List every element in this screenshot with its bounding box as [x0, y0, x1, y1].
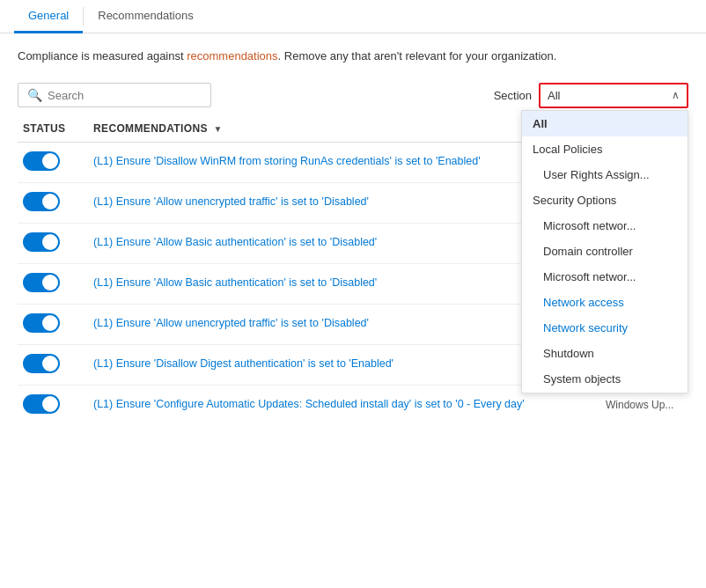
dropdown-scroll[interactable]: AllLocal PoliciesUser Rights Assign...Se… — [522, 111, 688, 393]
dropdown-item[interactable]: Network access — [522, 290, 688, 315]
dropdown-item[interactable]: Security Options — [522, 187, 688, 213]
toolbar: 🔍 Section All ∧ AllLocal PoliciesUser Ri… — [0, 76, 706, 115]
dropdown-item[interactable]: Microsoft networ... — [522, 213, 688, 239]
section-filter: Section All ∧ AllLocal PoliciesUser Righ… — [494, 83, 688, 108]
description-text: Compliance is measured against recommend… — [0, 33, 706, 76]
recommendation-link[interactable]: (L1) Ensure 'Configure Automatic Updates… — [93, 397, 595, 413]
section-dropdown-value: All — [548, 89, 560, 102]
status-cell — [18, 223, 88, 263]
recommendation-link[interactable]: (L1) Ensure 'Allow unencrypted traffic' … — [93, 316, 595, 332]
dropdown-item[interactable]: Shutdown — [522, 341, 688, 366]
recommendation-link[interactable]: (L1) Ensure 'Disallow Digest authenticat… — [93, 356, 595, 372]
chevron-up-icon: ∧ — [672, 89, 680, 101]
toggle-switch[interactable] — [23, 313, 60, 333]
section-label: Section — [494, 89, 532, 102]
dropdown-item[interactable]: System objects — [522, 366, 688, 392]
tab-bar: General Recommendations — [0, 0, 706, 33]
toggle-switch[interactable] — [23, 394, 60, 414]
tab-general[interactable]: General — [14, 0, 83, 33]
dropdown-menu: AllLocal PoliciesUser Rights Assign...Se… — [521, 110, 688, 393]
dropdown-item[interactable]: User Rights Assign... — [522, 162, 688, 187]
recommendation-link[interactable]: (L1) Ensure 'Allow Basic authentication'… — [93, 235, 595, 251]
dropdown-item[interactable]: Local Policies — [522, 136, 688, 162]
dropdown-item[interactable]: Domain controller — [522, 239, 688, 264]
status-cell — [18, 385, 88, 425]
status-cell — [18, 344, 88, 385]
dropdown-item[interactable]: Network security — [522, 315, 688, 341]
toggle-switch[interactable] — [23, 232, 60, 252]
toggle-switch[interactable] — [23, 151, 60, 171]
status-cell — [18, 263, 88, 304]
status-cell — [18, 182, 88, 223]
status-cell — [18, 304, 88, 344]
dropdown-item[interactable]: All — [522, 111, 688, 136]
recommendation-link[interactable]: (L1) Ensure 'Allow unencrypted traffic' … — [93, 195, 595, 210]
toggle-switch[interactable] — [23, 192, 60, 211]
recommendation-link[interactable]: (L1) Ensure 'Disallow WinRM from storing… — [93, 154, 595, 170]
search-input[interactable] — [48, 89, 202, 102]
recommendation-link[interactable]: (L1) Ensure 'Allow Basic authentication'… — [93, 276, 595, 291]
toggle-switch[interactable] — [23, 273, 60, 292]
sort-icon: ▼ — [214, 124, 223, 134]
toggle-switch[interactable] — [23, 354, 60, 373]
status-cell — [18, 142, 88, 182]
search-box[interactable]: 🔍 — [18, 83, 211, 107]
section-dropdown[interactable]: All ∧ — [539, 83, 688, 108]
dropdown-item[interactable]: Microsoft networ... — [522, 264, 688, 290]
column-status: STATUS — [18, 115, 88, 143]
tab-recommendations[interactable]: Recommendations — [84, 0, 207, 33]
dropdown-item[interactable]: System settings — [522, 392, 688, 393]
search-icon: 🔍 — [27, 88, 42, 102]
